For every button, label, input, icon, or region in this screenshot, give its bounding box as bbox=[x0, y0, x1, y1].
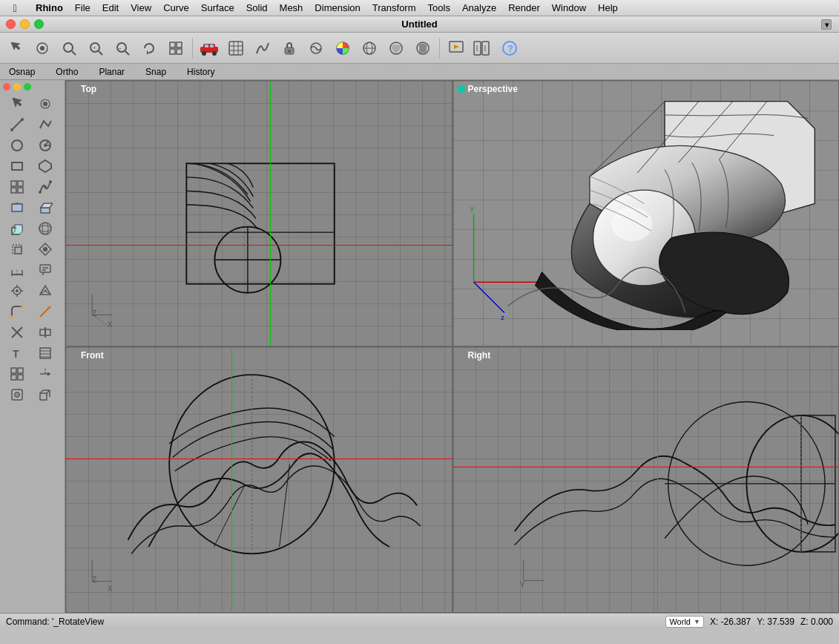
lt-point-cloud-tools[interactable] bbox=[3, 280, 62, 301]
viewport-front[interactable]: Front bbox=[65, 346, 453, 613]
menu-analyze[interactable]: Analyze bbox=[456, 0, 502, 16]
zoom-button[interactable] bbox=[34, 19, 44, 29]
lt-object-props-icon[interactable] bbox=[3, 384, 31, 405]
menu-dimension[interactable]: Dimension bbox=[309, 0, 366, 16]
lt-line-icon[interactable] bbox=[3, 114, 31, 135]
lt-freeform-tools[interactable] bbox=[3, 177, 62, 197]
lt-fillet-icon[interactable] bbox=[3, 301, 31, 322]
lt-zoom[interactable] bbox=[24, 83, 31, 91]
tool-material[interactable] bbox=[303, 36, 329, 61]
lt-object-tools[interactable] bbox=[3, 384, 62, 405]
lt-mesh-tools-icon[interactable] bbox=[31, 280, 59, 301]
coord-system-selector[interactable]: World ▼ bbox=[665, 616, 703, 628]
lt-select-icon[interactable] bbox=[3, 93, 31, 114]
lt-curve-tools-1[interactable] bbox=[3, 114, 62, 135]
viewport-right[interactable]: Right Y bbox=[453, 346, 840, 613]
tool-lock[interactable] bbox=[277, 36, 302, 61]
menu-window[interactable]: Window bbox=[546, 0, 592, 16]
collapse-button[interactable]: ▾ bbox=[821, 19, 832, 30]
lt-snap-icon[interactable] bbox=[31, 364, 59, 384]
lt-trim-icon[interactable] bbox=[3, 322, 31, 343]
lt-text-tools[interactable]: T bbox=[3, 343, 62, 364]
lt-transform-tools[interactable] bbox=[3, 239, 62, 260]
lt-close[interactable] bbox=[3, 83, 10, 91]
menu-edit[interactable]: Edit bbox=[96, 0, 125, 16]
tool-globe[interactable] bbox=[357, 36, 382, 61]
viewport-perspective[interactable]: Perspective bbox=[453, 80, 840, 346]
menu-rhino[interactable]: Rhino bbox=[30, 0, 69, 16]
lt-point-icon[interactable] bbox=[31, 93, 59, 114]
tool-grid[interactable] bbox=[163, 36, 188, 61]
lt-annotation-icon[interactable] bbox=[31, 260, 59, 280]
menu-mesh[interactable]: Mesh bbox=[274, 0, 309, 16]
lt-dimension-icon[interactable] bbox=[3, 260, 31, 280]
snap-toggle[interactable]: Snap bbox=[142, 67, 169, 77]
lt-scale-icon[interactable] bbox=[31, 239, 59, 260]
menu-solid[interactable]: Solid bbox=[240, 0, 274, 16]
tool-curve-tools[interactable] bbox=[250, 36, 275, 61]
svg-rect-115 bbox=[186, 163, 334, 283]
lt-circle-icon[interactable] bbox=[3, 135, 31, 156]
apple-menu[interactable]:  bbox=[0, 2, 30, 14]
lt-sphere-icon[interactable] bbox=[31, 218, 59, 239]
ortho-toggle[interactable]: Ortho bbox=[53, 67, 81, 77]
lt-boolean-tools[interactable] bbox=[3, 322, 62, 343]
tool-navigate[interactable] bbox=[3, 36, 28, 61]
lt-split-icon[interactable] bbox=[31, 322, 59, 343]
lt-rect-tools[interactable] bbox=[3, 156, 62, 177]
lt-minimize[interactable] bbox=[13, 83, 21, 91]
minimize-button[interactable] bbox=[20, 19, 30, 29]
menu-tools[interactable]: Tools bbox=[422, 0, 456, 16]
tool-car[interactable] bbox=[197, 36, 222, 61]
tool-point[interactable] bbox=[30, 36, 55, 61]
lt-select-tools[interactable] bbox=[3, 93, 62, 114]
tool-surface-display[interactable] bbox=[223, 36, 249, 61]
menu-curve[interactable]: Curve bbox=[157, 0, 195, 16]
lt-surface-icon[interactable] bbox=[3, 197, 31, 218]
tool-settings[interactable] bbox=[470, 36, 496, 61]
osnap-toggle[interactable]: Osnap bbox=[6, 67, 38, 77]
lt-freeform-icon[interactable] bbox=[3, 177, 31, 197]
tool-viewport-shading[interactable] bbox=[410, 36, 435, 61]
lt-box-icon[interactable] bbox=[3, 218, 31, 239]
tool-rotate[interactable] bbox=[136, 36, 162, 61]
lt-block-icon[interactable] bbox=[31, 384, 59, 405]
menu-file[interactable]: File bbox=[69, 0, 96, 16]
lt-rectangle-icon[interactable] bbox=[3, 156, 31, 177]
planar-toggle[interactable]: Planar bbox=[96, 67, 128, 77]
lt-hatch-icon[interactable] bbox=[31, 343, 59, 364]
tool-zoom-in[interactable]: - bbox=[110, 36, 135, 61]
menu-transform[interactable]: Transform bbox=[366, 0, 422, 16]
menu-surface[interactable]: Surface bbox=[195, 0, 240, 16]
close-button[interactable] bbox=[6, 19, 16, 29]
lt-analysis-tools[interactable] bbox=[3, 260, 62, 280]
lt-extrude-icon[interactable] bbox=[31, 197, 59, 218]
lt-text-icon[interactable]: T bbox=[3, 343, 31, 364]
lt-point-cloud-icon[interactable] bbox=[3, 280, 31, 301]
tool-zoom-window[interactable]: + bbox=[83, 36, 108, 61]
lt-solid-tools[interactable] bbox=[3, 218, 62, 239]
window-title: Untitled bbox=[401, 19, 437, 30]
lt-edit-pts-icon[interactable] bbox=[31, 177, 59, 197]
lt-polyline-icon[interactable] bbox=[31, 114, 59, 135]
lt-curve-edit-tools[interactable] bbox=[3, 301, 62, 322]
lt-polygon-icon[interactable] bbox=[31, 156, 59, 177]
tool-zoom-extent[interactable] bbox=[56, 36, 82, 61]
tool-help[interactable]: ? bbox=[497, 36, 522, 61]
menu-view[interactable]: View bbox=[125, 0, 157, 16]
lt-arc-icon[interactable] bbox=[31, 135, 59, 156]
history-toggle[interactable]: History bbox=[184, 67, 217, 77]
lt-move-icon[interactable] bbox=[3, 239, 31, 260]
tool-render[interactable] bbox=[444, 36, 469, 61]
lt-layout-icon[interactable] bbox=[3, 364, 31, 384]
lt-layout-tools[interactable] bbox=[3, 364, 62, 384]
menu-render[interactable]: Render bbox=[502, 0, 546, 16]
menu-help[interactable]: Help bbox=[592, 0, 624, 16]
lt-surface-tools[interactable] bbox=[3, 197, 62, 218]
lt-extend-icon[interactable] bbox=[31, 301, 59, 322]
lt-circle-tools[interactable] bbox=[3, 135, 62, 156]
viewport-right-dot bbox=[458, 352, 465, 359]
tool-display[interactable] bbox=[384, 36, 409, 61]
viewport-top[interactable]: Top bbox=[65, 80, 453, 346]
tool-color[interactable] bbox=[330, 36, 355, 61]
